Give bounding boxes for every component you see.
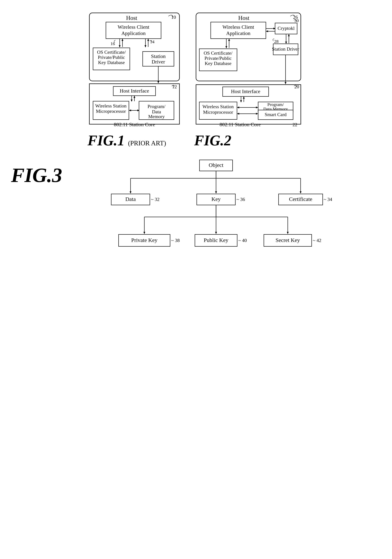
svg-text:Data: Data [125, 196, 136, 202]
svg-text:OS Certificate/: OS Certificate/ [97, 49, 126, 55]
svg-text:Wireless Client: Wireless Client [118, 24, 149, 30]
fig1-title: FIG.1 [88, 132, 125, 149]
svg-text:Key: Key [211, 196, 221, 202]
svg-text:Object: Object [209, 162, 224, 168]
svg-text:Host: Host [238, 15, 249, 21]
fig3-svg: Object Data ~ 32 [93, 156, 350, 281]
fig1-container: Host 10 Wireless Client Application 16 [88, 11, 183, 149]
fig3-title: FIG.3 [11, 164, 62, 186]
svg-text:Driver: Driver [152, 59, 165, 65]
svg-text:~ 32: ~ 32 [151, 197, 160, 202]
svg-text:12: 12 [172, 84, 177, 89]
svg-text:Secret Key: Secret Key [276, 237, 300, 243]
svg-text:802.11 Station Core: 802.11 Station Core [219, 122, 261, 127]
svg-text:Certificate: Certificate [289, 196, 312, 202]
svg-text:Host Interface: Host Interface [231, 89, 260, 94]
svg-text:Wireless Client: Wireless Client [222, 24, 254, 30]
svg-text:Wireless Station: Wireless Station [202, 104, 234, 109]
svg-text:Private Key: Private Key [131, 237, 157, 243]
svg-text:Application: Application [226, 30, 250, 36]
svg-marker-128 [287, 232, 289, 234]
svg-text:Microprocessor: Microprocessor [203, 110, 233, 115]
svg-text:Microprocessor: Microprocessor [96, 109, 126, 114]
svg-text:Wireless Station: Wireless Station [95, 103, 127, 109]
svg-text:802.11 Station Core: 802.11 Station Core [114, 122, 155, 127]
svg-text:~ 42: ~ 42 [313, 238, 321, 243]
svg-text:Private/Public: Private/Public [204, 56, 231, 61]
svg-text:Key Database: Key Database [205, 61, 231, 66]
svg-text:Cryptokl: Cryptokl [278, 26, 295, 31]
page: Host 10 Wireless Client Application 16 [0, 0, 392, 559]
svg-marker-24 [157, 81, 159, 83]
svg-text:~ 40: ~ 40 [238, 238, 247, 243]
fig1-diagram: Host 10 Wireless Client Application 16 [88, 11, 183, 129]
svg-text:Key Database: Key Database [98, 60, 125, 65]
fig2-diagram: Host 26 Wireless Client Application [194, 11, 304, 129]
fig3-caption: FIG.3 [11, 164, 62, 187]
bottom-section: FIG.3 Object [11, 156, 381, 281]
fig1-subtitle: (PRIOR ART) [128, 139, 166, 147]
svg-text:OS Certificate/: OS Certificate/ [204, 50, 233, 56]
svg-text:Public Key: Public Key [204, 237, 228, 243]
svg-marker-74 [285, 82, 286, 84]
svg-text:Station Driver: Station Driver [272, 46, 299, 52]
svg-marker-123 [143, 232, 145, 234]
fig2-title: FIG.2 [194, 132, 231, 149]
svg-text:~ 38: ~ 38 [171, 238, 180, 243]
svg-text:Data: Data [152, 109, 161, 114]
svg-text:30: 30 [294, 18, 299, 23]
svg-text:Memory: Memory [148, 114, 165, 119]
svg-marker-110 [300, 191, 301, 194]
fig2-caption: FIG.2 [194, 132, 231, 149]
svg-text:Private/Public: Private/Public [98, 55, 125, 60]
fig3-diagram-container: Object Data ~ 32 [62, 156, 381, 281]
svg-text:Host Interface: Host Interface [120, 88, 149, 94]
svg-marker-125 [215, 232, 217, 234]
svg-text:Program/: Program/ [267, 102, 284, 107]
svg-text:Station: Station [151, 53, 165, 59]
top-row: Host 10 Wireless Client Application 16 [11, 11, 381, 149]
fig2-container: Host 26 Wireless Client Application [194, 11, 304, 149]
svg-text:~ 36: ~ 36 [237, 197, 245, 202]
svg-text:~ 34: ~ 34 [324, 197, 332, 202]
svg-marker-107 [215, 191, 217, 194]
svg-text:Application: Application [121, 30, 146, 36]
svg-text:Program/: Program/ [148, 104, 166, 109]
svg-text:Host: Host [126, 15, 137, 21]
svg-text:28: 28 [274, 39, 279, 44]
svg-marker-105 [130, 191, 131, 194]
fig1-caption: FIG.1 (PRIOR ART) [88, 132, 166, 149]
svg-text:22: 22 [292, 122, 297, 127]
svg-text:Smart Card: Smart Card [264, 112, 286, 117]
